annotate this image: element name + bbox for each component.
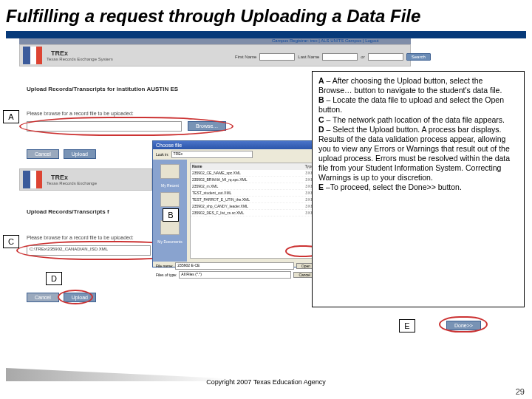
instr-e-label: E	[318, 183, 324, 191]
file-chooser-title: Choose file	[153, 141, 318, 149]
callout-b: B	[163, 208, 179, 222]
instr-e-text: –To proceed, select the Done>> button.	[324, 183, 462, 191]
callout-e: E	[399, 319, 415, 332]
callout-d: D	[46, 272, 62, 285]
instr-a-text: – After choosing the Upload button, sele…	[318, 76, 502, 95]
upload-heading-2: Upload Records/Transcripts f	[27, 208, 109, 215]
id-input[interactable]	[368, 53, 403, 61]
file-meta: 3 KB	[296, 184, 313, 188]
file-meta: 3 KB	[296, 204, 313, 208]
slide-title: Fulfilling a request through Uploading a…	[0, 0, 532, 30]
callout-a: A	[3, 110, 19, 123]
col-name: Name	[192, 164, 296, 168]
list-item[interactable]: 235902_DES_F_list_cs.sc.XML3 KB	[191, 210, 315, 216]
page-number: 29	[516, 387, 525, 396]
file-meta: 3 KB	[296, 197, 313, 202]
docs-icon[interactable]	[160, 220, 180, 235]
file-name: 235902_BRIANA_MI_rq.spc.XML	[192, 177, 296, 182]
list-item[interactable]: 235902_BRIANA_MI_rq.spc.XML3 KB	[191, 177, 315, 183]
lookin-label: Look in:	[156, 152, 169, 157]
highlight-upload	[58, 290, 93, 304]
instr-a-label: A	[318, 76, 324, 85]
file-name: 235902_CE_NAME_spc.XML	[192, 171, 296, 175]
desktop-icon[interactable]	[160, 192, 180, 207]
first-name-label: First Name	[235, 55, 256, 59]
filename-input[interactable]: 235902 E-CE	[175, 262, 293, 270]
last-name-input[interactable]	[322, 53, 358, 61]
last-name-label: Last Name	[298, 55, 319, 59]
file-name: 235902_DES_F_list_cs.sc.XML	[192, 211, 296, 215]
col-type: Type	[296, 164, 313, 168]
search-button[interactable]: Search	[406, 53, 431, 61]
highlight-done	[439, 316, 488, 332]
copyright: Copyright 2007 Texas Education Agency	[0, 378, 532, 386]
list-item[interactable]: TEST_PARROT_E_UTIN_the.XML3 KB	[191, 197, 315, 203]
highlight-browse	[19, 117, 233, 136]
file-meta: 3 KB	[296, 171, 313, 175]
cancel-button-1[interactable]: Cancel	[27, 149, 59, 159]
or-label: or	[361, 55, 364, 59]
file-meta: 3 KB	[296, 177, 313, 182]
instr-d-label: D	[318, 125, 324, 134]
file-meta: 3 KB	[296, 191, 313, 195]
slide-canvas: Campus Registrar: trex | ALS UNITS Campu…	[6, 38, 526, 371]
action-row-1: Cancel Upload	[27, 149, 96, 159]
trex-subtitle: Texas Records Exchange System	[47, 57, 113, 61]
sb-recent: My Recent	[161, 183, 179, 188]
upload-button-1[interactable]: Upload	[64, 149, 96, 159]
trex-search: First Name Last Name or Search	[235, 53, 431, 61]
file-name: 235902_m.XML	[192, 184, 296, 188]
lookin-value[interactable]: TREx	[171, 151, 253, 158]
callout-c: C	[3, 235, 19, 248]
instructions-box: A – After choosing the Upload button, se…	[312, 71, 525, 307]
file-name: TEST_student_out.XML	[192, 191, 296, 195]
file-name: TEST_PARROT_E_UTIN_the.XML	[192, 197, 296, 202]
trex-brand-2: TREx	[51, 174, 97, 181]
list-item[interactable]: TEST_student_out.XML3 KB	[191, 190, 315, 197]
file-name: 235902_shp_CANDY_leader.XML	[192, 204, 296, 208]
recent-icon[interactable]	[160, 164, 180, 179]
trex-flag-icon	[23, 47, 42, 64]
trex-subtitle-2: Texas Records Exchange	[47, 181, 97, 185]
instr-c-text: – The network path location of the data …	[324, 115, 505, 124]
trex-top-links: Campus Registrar: trex | ALS UNITS Campu…	[272, 38, 379, 43]
list-item[interactable]: 235902_m.XML3 KB	[191, 183, 315, 190]
instr-d-text: – Select the Upload button. A process ba…	[318, 125, 510, 183]
list-item[interactable]: 235902_CE_NAME_spc.XML3 KB	[191, 170, 315, 177]
first-name-input[interactable]	[259, 53, 295, 61]
filetype-label: Files of type:	[156, 273, 177, 277]
trex-flag-icon-2	[23, 171, 42, 188]
instr-b-text: – Locate the data file to upload and sel…	[318, 95, 504, 114]
accent-bar	[6, 31, 526, 38]
filetype-input[interactable]: All Files (*.*)	[179, 271, 291, 279]
instr-b-label: B	[318, 95, 324, 104]
upload-prompt-2: Please browse for a record file to be up…	[27, 235, 134, 240]
file-list[interactable]: Name Type 235902_CE_NAME_spc.XML3 KB 235…	[190, 163, 316, 259]
cancel-button-2[interactable]: Cancel	[27, 293, 59, 302]
sb-docs: My Documents	[157, 239, 182, 244]
list-item[interactable]: 235902_shp_CANDY_leader.XML3 KB	[191, 203, 315, 210]
trex-header-2: TREx Texas Records Exchange	[19, 168, 152, 191]
instr-c-label: C	[318, 115, 324, 124]
trex-brand: TREx	[51, 50, 113, 57]
upload-prompt-1: Please browse for a record file to be up…	[27, 111, 134, 116]
file-meta: 3 KB	[296, 211, 313, 215]
upload-heading-1: Upload Records/Transcripts for instituti…	[27, 86, 178, 92]
filename-label: File name:	[156, 264, 173, 268]
